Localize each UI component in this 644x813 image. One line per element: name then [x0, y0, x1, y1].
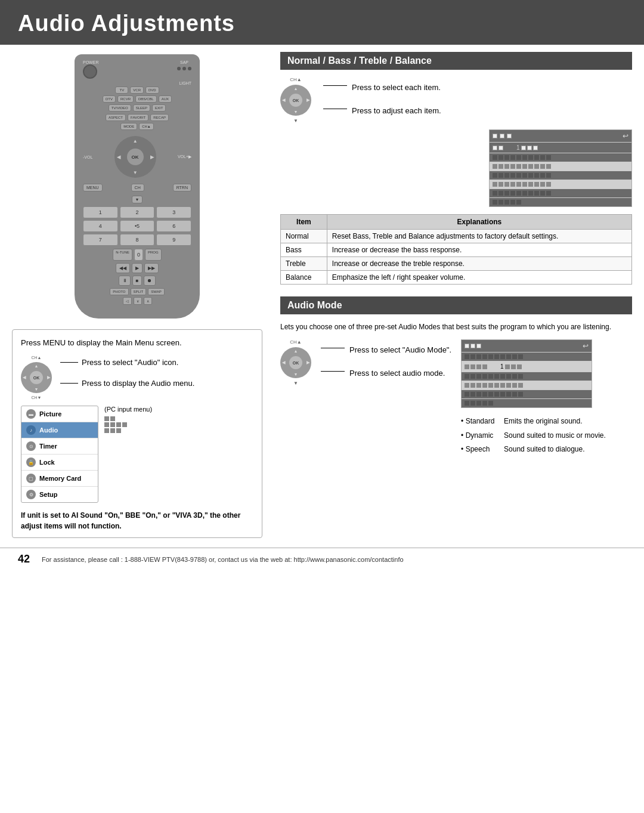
am-nav-ring: ▲ ▼ ◀ ▶ OK	[280, 347, 311, 378]
ch-label: CH	[131, 184, 144, 191]
aux-btn[interactable]: AUX	[159, 95, 172, 103]
mini-nav-ring: ▲ ▼ ◀ ▶ OK	[21, 362, 52, 393]
menu-item-picture[interactable]: ▬ Picture	[21, 406, 98, 422]
pip-nav-up[interactable]: ∧	[144, 297, 152, 305]
tv-btn[interactable]: TV	[115, 86, 128, 94]
ntune-row: N-TUNE 0 PROG	[83, 249, 191, 261]
menu-item-setup[interactable]: ⚙ Setup	[21, 487, 98, 502]
lock-icon: 🔒	[26, 457, 36, 467]
photo-btn[interactable]: PHOTO	[110, 288, 128, 295]
mini-ok-btn[interactable]: OK	[30, 371, 43, 384]
dtv-btn-row: DTV RCVR DBS/CBL AUX	[83, 95, 191, 103]
vol-nav-row: -VOL ▲ ▼ ◀ ▶ OK VOL+▶	[83, 132, 191, 181]
menu-item-audio[interactable]: ♪ Audio	[21, 422, 98, 438]
tvvideo-btn[interactable]: TV/VIDEO	[109, 104, 131, 112]
prog-btn[interactable]: PROG	[145, 249, 162, 261]
menu-item-lock-label: Lock	[39, 459, 55, 466]
sap-dots	[177, 64, 191, 70]
mode-descriptions: • Standard Emits the original sound. • D…	[461, 415, 606, 456]
nbtb-ok-btn[interactable]: OK	[289, 94, 302, 107]
btn-8[interactable]: 8	[120, 234, 155, 246]
btn-7[interactable]: 7	[83, 234, 118, 246]
power-button[interactable]	[83, 64, 97, 79]
btn-1[interactable]: 1	[83, 206, 118, 218]
osd-row-1: ↩	[490, 130, 631, 143]
page-header: Audio Adjustments	[0, 0, 644, 45]
vcr-btn[interactable]: VCR	[130, 86, 144, 94]
bullet-standard: •	[461, 417, 463, 425]
press-adjust-label: Press to adjust each item.	[352, 103, 441, 115]
fastforward-btn[interactable]: ▶▶	[144, 263, 159, 273]
rec-btn[interactable]: ⏺	[144, 276, 156, 286]
table-row: Bass Increase or decrease the bass respo…	[281, 243, 632, 257]
item-treble: Treble	[281, 257, 327, 271]
ok-button[interactable]: OK	[127, 149, 144, 165]
swap-btn[interactable]: SWAP	[148, 288, 164, 295]
ch-up-btn[interactable]: CH▲	[139, 123, 154, 130]
mode-btn[interactable]: MODE	[120, 123, 137, 130]
am-ok-btn[interactable]: OK	[289, 356, 302, 369]
footer-text: For assistance, please call : 1-888-VIEW…	[42, 556, 404, 563]
vol-minus-label: -VOL	[83, 155, 92, 159]
dbscbl-btn[interactable]: DBS/CBL	[135, 95, 157, 103]
favorite-btn[interactable]: FAVORIT	[128, 114, 148, 121]
setup-icon: ⚙	[26, 490, 36, 499]
stop-btn[interactable]: ■	[132, 276, 143, 286]
warning-text: If unit is set to AI Sound "On," BBE "On…	[21, 510, 253, 531]
ch-down-btn-inner[interactable]: ▼	[132, 196, 143, 203]
btn-4[interactable]: 4	[83, 220, 118, 232]
dtv-btn[interactable]: DTV	[103, 95, 116, 103]
col-item: Item	[281, 215, 327, 230]
play-btn[interactable]: ▶	[132, 263, 143, 273]
page-footer: 42 For assistance, please call : 1-888-V…	[0, 548, 644, 570]
exit-btn[interactable]: EXIT	[152, 104, 166, 112]
dvd-btn[interactable]: DVD	[145, 86, 159, 94]
remote-control: POWER SAP LIGHT TV VCR DVD	[75, 54, 200, 319]
bullet-speech: •	[461, 445, 463, 453]
btn-5[interactable]: •5	[120, 220, 155, 232]
recap-btn[interactable]: RECAP	[150, 114, 169, 121]
am-nav-right: ▶	[306, 360, 309, 365]
sleep-btn[interactable]: SLEEP	[133, 104, 150, 112]
rcvr-btn[interactable]: RCVR	[117, 95, 134, 103]
nbtb-nav-diagram: CH▲ ▲ ▼ ◀ ▶ OK ▼	[280, 77, 311, 123]
menu-btn[interactable]: MENU	[83, 184, 103, 191]
am-nav-down: ▼	[294, 372, 298, 376]
btn-3[interactable]: 3	[156, 206, 191, 218]
back-arrow-2: ↩	[583, 342, 589, 350]
pause-btn[interactable]: ⏸	[119, 276, 131, 286]
btn-0[interactable]: 0	[134, 249, 143, 261]
split-btn[interactable]: SPLIT	[131, 288, 147, 295]
page-number: 42	[18, 553, 30, 565]
press-adjust-row: Press to adjust each item.	[323, 103, 441, 115]
arrow-line-1	[323, 85, 347, 86]
media-controls: ◀◀ ▶ ▶▶	[83, 263, 191, 273]
osd-menu-1: ↩ 1	[489, 129, 632, 207]
am-press-mode-label: Press to select audio mode.	[349, 365, 445, 378]
rewind-btn[interactable]: ◀◀	[116, 263, 130, 273]
btn-6[interactable]: 6	[156, 220, 191, 232]
btn-9[interactable]: 9	[156, 234, 191, 246]
menu-item-timer[interactable]: ⊙ Timer	[21, 438, 98, 455]
return-btn[interactable]: RTRN	[173, 184, 191, 191]
pip-nav-left[interactable]: ◁	[123, 297, 132, 305]
audio-labels: Press to select "Audio" icon. Press to d…	[60, 356, 194, 388]
audio-icon: ♪	[26, 425, 36, 435]
pixel-row-1	[104, 416, 152, 421]
pip-nav-row: ◁ ∨ ∧	[83, 297, 191, 305]
right-column: Normal / Bass / Treble / Balance CH▲ ▲ ▼…	[274, 45, 644, 548]
sap-label: SAP	[177, 60, 191, 64]
pip-nav-v[interactable]: ∨	[134, 297, 142, 305]
aspect-btn[interactable]: ASPECT	[106, 114, 126, 121]
nbtb-ch-down: ▼	[293, 118, 298, 123]
osd-cell-2: 1	[490, 143, 631, 153]
menu-item-lock[interactable]: 🔒 Lock	[21, 455, 98, 471]
ntune-btn[interactable]: N-TUNE	[113, 249, 132, 261]
memory-card-icon: ▢	[26, 474, 36, 483]
mode-grid: • Standard Emits the original sound. • D…	[461, 415, 606, 456]
am-arrow-2	[321, 371, 345, 372]
nbtb-nav-up: ▲	[294, 86, 298, 91]
btn-2[interactable]: 2	[120, 206, 155, 218]
menu-item-memory-card[interactable]: ▢ Memory Card	[21, 471, 98, 487]
picture-icon: ▬	[26, 409, 36, 419]
